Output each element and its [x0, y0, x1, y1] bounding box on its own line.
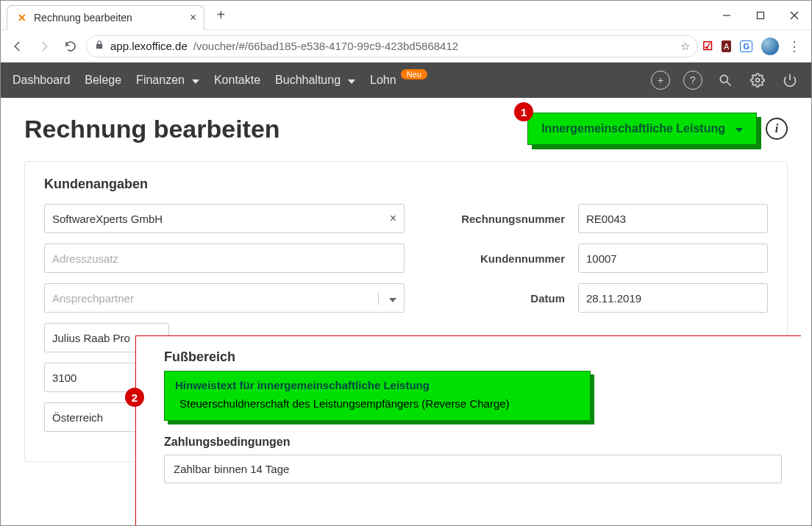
- settings-button[interactable]: [748, 71, 767, 90]
- window-minimize-button[interactable]: [710, 1, 744, 30]
- tab-title: Rechnung bearbeiten: [34, 12, 132, 24]
- chevron-down-icon: [189, 74, 199, 87]
- svg-line-5: [727, 82, 731, 86]
- address-bar[interactable]: app.lexoffice.de/voucher/#/66bad185-e538…: [86, 35, 698, 57]
- chevron-down-icon: [345, 74, 355, 87]
- window-maximize-button[interactable]: [744, 1, 777, 30]
- annotation-marker-1: 1: [514, 102, 533, 121]
- chevron-down-icon: [733, 122, 743, 135]
- label-date: Datum: [418, 292, 565, 305]
- extension-mcafee-icon[interactable]: ☑: [702, 39, 713, 53]
- customer-company-input[interactable]: SoftwareXperts GmbH ×: [44, 204, 405, 233]
- nav-dashboard[interactable]: Dashboard: [13, 74, 70, 87]
- contact-person-select[interactable]: Ansprechpartner: [44, 283, 405, 313]
- nav-lohn-badge: Neu: [401, 69, 427, 79]
- nav-kontakte[interactable]: Kontakte: [214, 74, 260, 87]
- help-button[interactable]: ?: [683, 71, 702, 90]
- nav-lohn[interactable]: LohnNeu: [370, 74, 427, 87]
- invoice-type-label: Innergemeinschaftliche Leistung: [541, 122, 725, 135]
- address-supplement-input[interactable]: Adresszusatz: [44, 244, 405, 273]
- favicon-icon: ✕: [16, 12, 28, 24]
- nav-reload-button[interactable]: [60, 35, 82, 57]
- page-title: Rechnung bearbeiten: [24, 115, 280, 143]
- nav-belege[interactable]: Belege: [85, 74, 121, 87]
- hint-box: Hinweistext für innergemeinschaftliche L…: [164, 371, 591, 421]
- chevron-down-icon: [378, 292, 396, 305]
- label-customer-no: Kundennummer: [418, 252, 565, 265]
- svg-point-4: [720, 75, 727, 82]
- add-button[interactable]: +: [651, 71, 670, 90]
- browser-tab[interactable]: ✕ Rechnung bearbeiten ×: [7, 5, 204, 30]
- extension-pdf-icon[interactable]: A: [722, 40, 731, 52]
- footer-overlay: 2 Fußbereich Hinweistext für innergemein…: [135, 335, 801, 525]
- hint-body: Steuerschuldnerschaft des Leistungsempfä…: [175, 397, 580, 410]
- nav-buchhaltung[interactable]: Buchhaltung: [275, 74, 355, 87]
- nav-back-button[interactable]: [7, 35, 29, 57]
- window-close-button[interactable]: [777, 1, 811, 30]
- info-icon[interactable]: i: [766, 118, 788, 140]
- payment-title: Zahlungsbedingungen: [164, 436, 782, 449]
- nav-finanzen[interactable]: Finanzen: [136, 74, 199, 87]
- browser-titlebar: ✕ Rechnung bearbeiten × +: [1, 1, 811, 30]
- tab-close-icon[interactable]: ×: [190, 11, 196, 24]
- svg-rect-1: [758, 12, 764, 18]
- payment-terms-input[interactable]: Zahlbar binnen 14 Tage: [164, 455, 782, 483]
- browser-menu-icon[interactable]: ⋮: [788, 38, 801, 54]
- clear-icon[interactable]: ×: [390, 212, 396, 225]
- browser-profile-avatar[interactable]: [761, 38, 779, 55]
- date-input[interactable]: 28.11.2019: [578, 283, 768, 313]
- bookmark-star-icon[interactable]: ☆: [680, 40, 690, 53]
- app-navigation: Dashboard Belege Finanzen Kontakte Buchh…: [1, 63, 811, 98]
- extension-blue-icon[interactable]: G: [740, 40, 752, 52]
- url-path: /voucher/#/66bad185-e538-4170-99c9-423bd…: [193, 40, 458, 52]
- browser-toolbar: app.lexoffice.de/voucher/#/66bad185-e538…: [1, 30, 811, 63]
- nav-forward-button[interactable]: [33, 35, 55, 57]
- lock-icon: [94, 40, 104, 52]
- new-tab-button[interactable]: +: [210, 5, 231, 26]
- hint-title: Hinweistext für innergemeinschaftliche L…: [175, 379, 580, 391]
- search-button[interactable]: [716, 71, 735, 90]
- extensions-area: ☑ A G ⋮: [702, 38, 805, 55]
- label-invoice-no: Rechnungsnummer: [418, 213, 565, 225]
- power-button[interactable]: [780, 71, 799, 90]
- invoice-number-input[interactable]: RE0043: [578, 204, 768, 233]
- footer-section-title: Fußbereich: [164, 349, 782, 365]
- customer-section-title: Kundenangaben: [44, 177, 768, 192]
- invoice-type-dropdown[interactable]: Innergemeinschaftliche Leistung: [527, 113, 757, 145]
- url-domain: app.lexoffice.de: [110, 40, 188, 52]
- svg-point-6: [756, 79, 760, 82]
- annotation-marker-2: 2: [125, 388, 144, 407]
- customer-number-input[interactable]: 10007: [578, 244, 768, 273]
